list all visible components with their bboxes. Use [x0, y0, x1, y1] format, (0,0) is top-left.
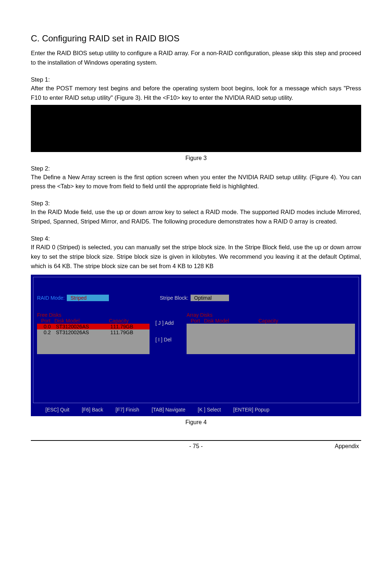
step2-body-a: The	[31, 174, 43, 180]
section-title: C. Configuring RAID set in RAID BIOS	[31, 33, 361, 44]
cell-model: ST3120026AS	[56, 329, 110, 335]
cell-capacity: 111.79GB	[110, 329, 147, 335]
step4-body: If RAID 0 (Striped) is selected, you can…	[31, 243, 361, 271]
step3-label: Step 3:	[31, 200, 361, 207]
step1-body: After the POST memory test begins and be…	[31, 84, 361, 103]
step2-bold: Define a New Array	[43, 174, 96, 180]
page-number: - 75 -	[189, 443, 203, 450]
raid-mode-field[interactable]: RAID Mode: Striped	[37, 295, 109, 301]
step1-label: Step 1:	[31, 76, 361, 83]
free-disks-label: Free Disks	[37, 312, 150, 318]
table-row[interactable]: 0.0 ST3120026AS 111.79GB	[37, 324, 150, 329]
del-action[interactable]: [ I ] Del	[155, 337, 181, 343]
table-row[interactable]: 0.2 ST3120026AS 111.79GB	[37, 329, 150, 335]
key-tab[interactable]: [TAB] Navigate	[152, 407, 185, 413]
array-disks-headers: Port Disk Model Capacity	[187, 318, 355, 324]
step3-body: In the RAID Mode field, use the up or do…	[31, 208, 361, 226]
col-capacity: Capacity	[258, 318, 295, 324]
raid-mode-label: RAID Mode:	[37, 295, 65, 301]
col-port: Port	[187, 318, 204, 324]
figure-3-caption: Figure 3	[31, 155, 361, 161]
step2-label: Step 2:	[31, 165, 361, 172]
appendix-label: Appendix	[335, 443, 359, 450]
page-footer: - 75 - Appendix	[31, 443, 361, 450]
add-action[interactable]: [ J ] Add	[155, 320, 181, 326]
col-model: Disk Model	[54, 318, 109, 324]
raid-mode-value[interactable]: Striped	[67, 295, 109, 301]
free-disks-table[interactable]: 0.0 ST3120026AS 111.79GB 0.2 ST3120026AS…	[37, 324, 150, 354]
step2-body: The Define a New Array screen is the fir…	[31, 173, 361, 192]
col-model: Disk Model	[204, 318, 258, 324]
key-enter[interactable]: [ENTER] Popup	[233, 407, 270, 413]
key-f6[interactable]: [F6] Back	[82, 407, 103, 413]
key-esc[interactable]: [ESC] Quit	[45, 407, 69, 413]
array-disks-label: Array Disks	[187, 312, 355, 318]
raid-footer-keys: [ESC] Quit [F6] Back [F7] Finish [TAB] N…	[33, 403, 359, 414]
stripe-block-label: Stripe Block:	[160, 295, 188, 301]
col-capacity: Capacity	[109, 318, 145, 324]
cell-model: ST3120026AS	[56, 324, 110, 329]
raid-bios-screen: RAID Mode: Striped Stripe Block: Optimal…	[31, 275, 361, 416]
footer-rule	[31, 440, 361, 441]
stripe-block-field[interactable]: Stripe Block: Optimal	[160, 295, 229, 301]
cell-capacity: 111.79GB	[110, 324, 147, 329]
stripe-block-value[interactable]: Optimal	[191, 295, 229, 301]
figure-4-caption: Figure 4	[31, 419, 361, 426]
figure-3-placeholder	[31, 105, 361, 152]
key-f7[interactable]: [F7] Finish	[115, 407, 139, 413]
cell-port: 0.0	[38, 324, 56, 329]
key-select[interactable]: [K ] Select	[198, 407, 221, 413]
step4-label: Step 4:	[31, 235, 361, 242]
free-disks-headers: Port Disk Model Capacity	[37, 318, 150, 324]
col-port: Port	[37, 318, 54, 324]
cell-port: 0.2	[38, 329, 56, 335]
intro-paragraph: Enter the RAID BIOS setup utility to con…	[31, 49, 361, 67]
array-disks-table[interactable]	[187, 324, 355, 354]
